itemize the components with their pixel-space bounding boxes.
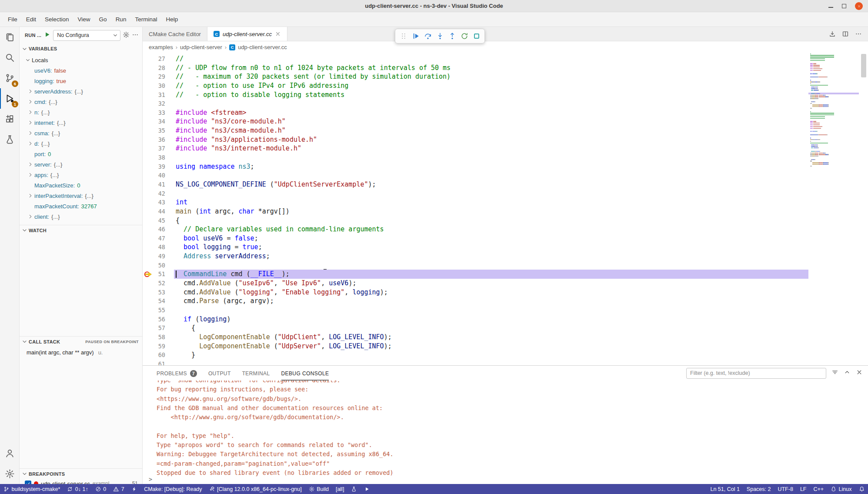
code-line[interactable]: 58 LogComponentEnable ("UdpClient", LOG_… xyxy=(143,333,868,342)
tab-udp-client-server-cc[interactable]: Cudp-client-server.cc xyxy=(207,27,287,41)
close-tab-icon[interactable] xyxy=(275,31,281,37)
panel-tab-problems[interactable]: PROBLEMS7 xyxy=(157,366,197,381)
variable-row[interactable]: serverAddress:{...} xyxy=(20,86,142,97)
status-ctest[interactable] xyxy=(347,484,361,494)
menu-selection[interactable]: Selection xyxy=(40,15,73,24)
restart-button[interactable] xyxy=(459,31,470,42)
chevron-right-icon[interactable] xyxy=(27,140,34,147)
minimize-button[interactable] xyxy=(828,7,833,8)
code-line[interactable]: 53 cmd.AddValue ("logging", "Enable logg… xyxy=(143,288,868,297)
maximize-panel-icon[interactable] xyxy=(844,369,851,377)
menu-help[interactable]: Help xyxy=(161,15,182,24)
continue-button[interactable] xyxy=(410,31,421,42)
split-editor-icon[interactable] xyxy=(842,30,849,37)
variable-row[interactable]: server:{...} xyxy=(20,159,142,170)
line-number[interactable]: 50 xyxy=(151,261,165,270)
line-number[interactable]: 31 xyxy=(151,90,165,100)
line-number[interactable]: 29 xyxy=(151,72,165,81)
variable-row[interactable]: port:0 xyxy=(20,149,142,159)
line-number[interactable]: 48 xyxy=(151,243,165,252)
status-errors[interactable]: 0 xyxy=(92,484,110,494)
line-number[interactable]: 38 xyxy=(151,153,165,162)
code-line[interactable]: 48 bool logging = true; xyxy=(143,243,868,252)
code-line[interactable]: 42 xyxy=(143,189,868,198)
run-settings-gear-icon[interactable] xyxy=(123,31,130,40)
code-line[interactable]: 45{ xyxy=(143,216,868,225)
status-launch[interactable] xyxy=(361,484,374,494)
debug-config-dropdown[interactable]: No Configura xyxy=(53,30,120,41)
status-cmake[interactable]: CMake: [Debug]: Ready xyxy=(140,484,205,494)
code-line[interactable]: 32 xyxy=(143,99,868,108)
code-line[interactable]: 33#include <fstream> xyxy=(143,108,868,117)
code-line[interactable]: 47 bool useV6 = false; xyxy=(143,234,868,243)
stop-button[interactable] xyxy=(471,31,482,42)
step-into-button[interactable] xyxy=(434,31,445,42)
close-panel-icon[interactable] xyxy=(856,369,863,377)
chevron-right-icon[interactable] xyxy=(27,161,34,167)
code-line[interactable]: 29// - maximum of 320 packets sent (or l… xyxy=(143,72,868,81)
activity-run-and-debug[interactable]: 1 xyxy=(0,88,20,109)
code-line[interactable]: 37#include "ns3/internet-module.h" xyxy=(143,144,868,153)
code-line[interactable]: 39using namespace ns3; xyxy=(143,162,868,171)
breadcrumb-item[interactable]: udp-client-server xyxy=(180,44,222,50)
line-number[interactable]: 49 xyxy=(151,252,165,261)
status-warnings[interactable]: 7 xyxy=(110,484,127,494)
variable-row[interactable]: n:{...} xyxy=(20,107,142,117)
line-number[interactable]: 51 xyxy=(151,270,165,279)
code-line[interactable]: 35#include "ns3/csma-module.h" xyxy=(143,126,868,135)
code-line[interactable]: 38 xyxy=(143,153,868,162)
code-line[interactable]: 27// xyxy=(143,54,868,63)
debug-console[interactable]: Type "show configuration" for configurat… xyxy=(143,381,868,484)
line-number[interactable]: 53 xyxy=(151,288,165,297)
variable-row[interactable]: client:{...} xyxy=(20,211,142,222)
code-line[interactable]: 30// - option to use IPv4 or IPv6 addres… xyxy=(143,81,868,90)
code-line[interactable]: 49 Address serverAddress; xyxy=(143,252,868,261)
line-number[interactable]: 41 xyxy=(151,180,165,189)
activity-testing[interactable] xyxy=(0,129,20,150)
line-number[interactable]: 37 xyxy=(151,144,165,153)
line-number[interactable]: 27 xyxy=(151,54,165,63)
line-number[interactable]: 57 xyxy=(151,324,165,333)
maximize-button[interactable] xyxy=(842,4,846,8)
activity-search[interactable] xyxy=(0,47,20,68)
line-number[interactable]: 55 xyxy=(151,306,165,315)
activity-explorer[interactable] xyxy=(0,27,20,47)
line-number[interactable]: 33 xyxy=(151,108,165,117)
tab-cmake-cache-editor[interactable]: CMake Cache Editor xyxy=(143,27,207,41)
menu-terminal[interactable]: Terminal xyxy=(130,15,161,24)
panel-tab-terminal[interactable]: TERMINAL xyxy=(242,366,270,381)
status-build[interactable]: Build xyxy=(305,484,332,494)
status-eol[interactable]: LF xyxy=(797,484,810,494)
close-window-button[interactable] xyxy=(855,2,863,10)
chevron-right-icon[interactable] xyxy=(27,172,34,178)
code-line[interactable]: 34#include "ns3/core-module.h" xyxy=(143,117,868,126)
panel-tab-output[interactable]: OUTPUT xyxy=(208,366,231,381)
line-number[interactable]: 52 xyxy=(151,279,165,288)
line-number[interactable]: 46 xyxy=(151,225,165,234)
status-kit[interactable]: [Clang 12.0.0 x86_64-pc-linux-gnu] xyxy=(206,484,305,494)
code-line[interactable]: 55 xyxy=(143,306,868,315)
line-number[interactable]: 28 xyxy=(151,63,165,73)
chevron-right-icon[interactable] xyxy=(27,193,34,199)
status-cursor[interactable]: Ln 51, Col 1 xyxy=(707,484,743,494)
code-line[interactable]: 43int xyxy=(143,198,868,207)
console-prompt[interactable]: > xyxy=(149,476,152,483)
line-number[interactable]: 59 xyxy=(151,342,165,351)
breadcrumb-item[interactable]: udp-client-server.cc xyxy=(238,44,287,50)
status-encoding[interactable]: UTF-8 xyxy=(774,484,796,494)
menu-file[interactable]: File xyxy=(3,15,22,24)
menu-go[interactable]: Go xyxy=(95,15,111,24)
step-out-button[interactable] xyxy=(447,31,457,42)
line-number[interactable]: 47 xyxy=(151,234,165,243)
line-number[interactable]: 60 xyxy=(151,350,165,360)
status-target[interactable]: [all] xyxy=(332,484,347,494)
code-line[interactable]: 50 xyxy=(143,261,868,270)
code-line[interactable]: 44main (int argc, char *argv[]) xyxy=(143,207,868,216)
variable-row[interactable]: maxPacketCount:32767 xyxy=(20,201,142,211)
start-debugging-button[interactable] xyxy=(43,31,51,40)
line-number[interactable]: 43 xyxy=(151,198,165,207)
panel-tab-debug-console[interactable]: DEBUG CONSOLE xyxy=(281,366,329,381)
line-number[interactable]: 44 xyxy=(151,207,165,216)
chevron-right-icon[interactable] xyxy=(27,130,34,136)
editor-scrollbar[interactable] xyxy=(861,54,866,77)
